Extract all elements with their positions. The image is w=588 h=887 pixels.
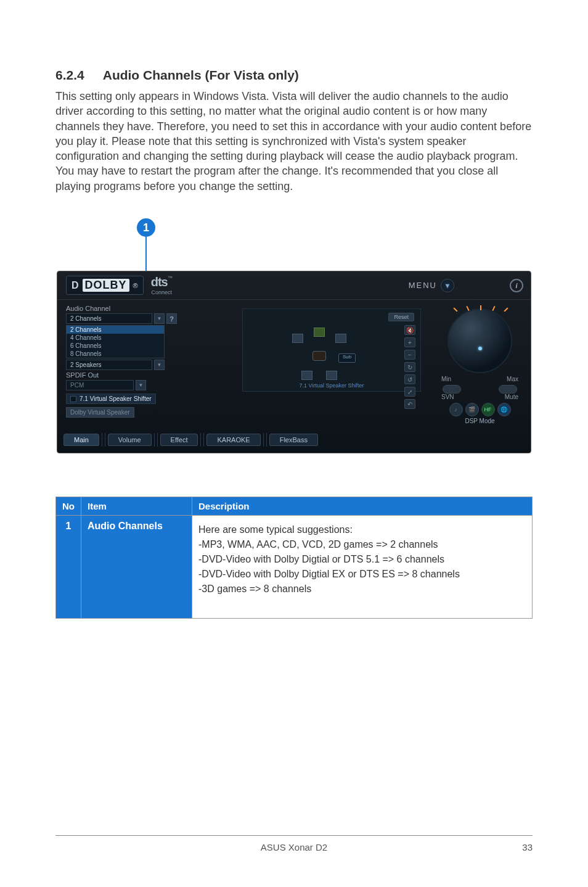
rotate-cw-icon[interactable]: ↻ <box>404 362 415 372</box>
desc-blank <box>198 598 526 609</box>
virtual-speaker-shifter-toggle[interactable]: 7.1 Virtual Speaker Shifter <box>66 394 156 404</box>
desc-line: -MP3, WMA, AAC, CD, VCD, 2D games => 2 c… <box>198 539 526 550</box>
footer-title: ASUS Xonar D2 <box>55 842 533 852</box>
channel-option-6[interactable]: 6 Channels <box>67 342 164 350</box>
dolby-virtual-speaker-button[interactable]: Dolby Virtual Speaker <box>66 407 134 418</box>
desc-line: -DVD-Video with Dolby Digtial EX or DTS … <box>198 569 526 580</box>
cell-item: Audio Channels <box>81 516 192 619</box>
page-footer: ASUS Xonar D2 33 <box>55 835 533 852</box>
callout-line <box>145 237 147 271</box>
mute-label: Mute <box>505 394 518 400</box>
reset-pos-icon[interactable]: ↶ <box>404 399 415 409</box>
tab-separator <box>200 433 204 447</box>
body-paragraph: This setting only appears in Windows Vis… <box>55 89 533 194</box>
cell-no: 1 <box>56 516 81 619</box>
spdif-value: PCM <box>66 380 134 390</box>
diagram-side-controls: 🔇 + − ↻ ↺ ⤢ ↶ <box>404 325 415 409</box>
minus-button[interactable]: − <box>404 350 415 360</box>
tab-separator <box>102 433 105 447</box>
menu-arrow-icon: ▼ <box>441 279 454 292</box>
section-heading: 6.2.4Audio Channels (For Vista only) <box>55 68 533 83</box>
th-item: Item <box>81 497 192 516</box>
tab-volume[interactable]: Volume <box>108 434 152 446</box>
min-label: Min <box>441 376 451 382</box>
section-number: 6.2.4 <box>55 68 84 83</box>
menu-label: MENU <box>409 281 437 290</box>
speaker-rr-icon[interactable] <box>326 371 337 380</box>
dolby-dd-icon: D <box>71 280 79 291</box>
table-row: 1 Audio Channels Here are some typical s… <box>56 516 533 619</box>
dsp-mode-4-icon[interactable]: 🌐 <box>497 403 511 416</box>
speaker-sub-icon[interactable]: Sub <box>338 353 356 363</box>
vss-label: 7.1 Virtual Speaker Shifter <box>80 395 152 402</box>
knob-range-row: Min Max <box>435 376 525 382</box>
dolby-reg: ® <box>133 282 138 289</box>
dropdown-icon: ▼ <box>154 313 165 324</box>
plus-button[interactable]: + <box>404 337 415 347</box>
speaker-fc-icon[interactable] <box>314 328 325 337</box>
reset-button[interactable]: Reset <box>388 313 414 321</box>
dolby-text: DOLBY <box>83 279 129 292</box>
dropdown-icon: ▼ <box>136 380 146 390</box>
help-button[interactable]: ? <box>166 313 177 324</box>
speaker-rl-icon[interactable] <box>301 371 312 380</box>
tab-flexbass[interactable]: FlexBass <box>269 434 318 446</box>
audio-channel-value: 2 Channels <box>66 313 152 324</box>
callout: 1 <box>137 218 155 271</box>
max-label: Max <box>507 376 518 382</box>
top-bar: D DOLBY ® dts™ Connect MENU ▼ <box>57 271 531 300</box>
desc-line: Here are some typical suggestions: <box>198 524 526 535</box>
tick-icon <box>453 308 457 312</box>
analog-out-value: 2 Speakers <box>66 360 152 370</box>
tick-icon <box>466 306 469 311</box>
tab-effect[interactable]: Effect <box>160 434 198 446</box>
tab-karaoke[interactable]: KARAOKE <box>206 434 260 446</box>
listener-icon[interactable] <box>312 351 326 361</box>
dsp-mode-1-icon[interactable]: ♪ <box>449 403 463 416</box>
screenshot-figure: 1 i D DOLBY ® dts™ Connect MENU ▼ Audio … <box>57 218 531 453</box>
audio-channel-dropdown[interactable]: 2 Channels 4 Channels 6 Channels 8 Chann… <box>66 325 165 358</box>
dsp-mode-label: DSP Mode <box>435 418 525 424</box>
tab-main[interactable]: Main <box>63 434 99 446</box>
tick-icon <box>480 305 481 310</box>
audio-panel-window: i D DOLBY ® dts™ Connect MENU ▼ Audio Ch… <box>57 271 531 453</box>
th-no: No <box>56 497 81 516</box>
callout-badge: 1 <box>137 218 155 237</box>
menu-button[interactable]: MENU ▼ <box>409 279 454 292</box>
diagram-caption: 7.1 Virtual Speaker Shifter <box>243 382 420 389</box>
svn-toggle[interactable] <box>443 385 461 394</box>
left-panel: Audio Channel 2 Channels ▼ ? 2 Channels … <box>57 300 429 429</box>
tick-icon <box>492 306 495 311</box>
tab-separator <box>154 433 158 447</box>
dsp-mode-2-icon[interactable]: 🎬 <box>465 403 479 416</box>
tick-icon <box>504 308 508 312</box>
desc-line: -DVD-Video with Dolby Digtial or DTS 5.1… <box>198 554 526 565</box>
cell-description: Here are some typical suggestions: -MP3,… <box>192 516 533 619</box>
table-header-row: No Item Description <box>56 497 533 516</box>
dolby-logo: D DOLBY ® <box>66 276 144 295</box>
mute-icon[interactable]: 🔇 <box>404 325 415 335</box>
info-table: No Item Description 1 Audio Channels Her… <box>55 497 533 619</box>
tab-bar: Main Volume Effect KARAOKE FlexBass <box>57 429 531 453</box>
footer-page: 33 <box>522 842 533 852</box>
channel-option-8[interactable]: 8 Channels <box>67 350 164 358</box>
th-description: Description <box>192 497 533 516</box>
channel-option-2[interactable]: 2 Channels <box>67 326 164 334</box>
mute-toggle[interactable] <box>499 385 517 394</box>
speaker-fl-icon[interactable] <box>292 334 303 343</box>
dropdown-icon: ▼ <box>154 360 165 370</box>
dsp-mode-3-icon[interactable]: HF <box>481 403 495 416</box>
channel-option-4[interactable]: 4 Channels <box>67 334 164 342</box>
desc-line: -3D games => 8 channels <box>198 584 526 595</box>
volume-knob[interactable] <box>447 308 512 373</box>
info-button[interactable]: i <box>510 279 523 292</box>
speaker-fr-icon[interactable] <box>335 334 346 343</box>
knob-button-row <box>435 382 525 395</box>
knob-label-row: SVN Mute <box>435 394 525 400</box>
dts-tm: ™ <box>168 275 173 281</box>
dts-text: dts <box>151 275 168 289</box>
right-panel: Min Max SVN Mute ♪ 🎬 HF 🌐 DSP Mode <box>429 300 531 429</box>
speaker-diagram: Reset 🔇 + − ↻ ↺ ⤢ ↶ Sub <box>242 308 421 392</box>
tab-separator <box>263 433 267 447</box>
main-area: Audio Channel 2 Channels ▼ ? 2 Channels … <box>57 300 531 429</box>
